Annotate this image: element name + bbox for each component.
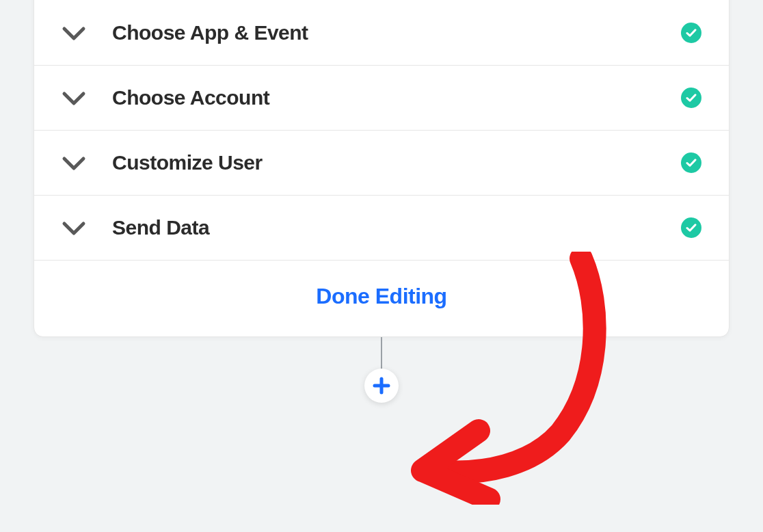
status-complete-icon bbox=[681, 217, 701, 238]
action-step-card: Choose App & Event Choose Account Custom… bbox=[34, 0, 729, 337]
add-step-button[interactable] bbox=[364, 369, 399, 403]
status-complete-icon bbox=[681, 152, 701, 173]
connector-line bbox=[381, 337, 382, 370]
chevron-down-icon bbox=[62, 25, 86, 41]
status-complete-icon bbox=[681, 23, 701, 43]
step-label: Send Data bbox=[112, 216, 681, 239]
step-row-customize-user[interactable]: Customize User bbox=[34, 131, 729, 196]
done-editing-link[interactable]: Done Editing bbox=[316, 284, 446, 309]
chevron-down-icon bbox=[62, 220, 86, 236]
step-label: Customize User bbox=[112, 151, 681, 174]
step-row-choose-app-event[interactable]: Choose App & Event bbox=[34, 0, 729, 66]
step-row-send-data[interactable]: Send Data bbox=[34, 196, 729, 261]
card-footer: Done Editing bbox=[34, 261, 729, 336]
plus-icon bbox=[373, 377, 390, 395]
step-connector bbox=[34, 337, 729, 403]
step-label: Choose Account bbox=[112, 86, 681, 109]
chevron-down-icon bbox=[62, 155, 86, 171]
status-complete-icon bbox=[681, 88, 701, 108]
step-row-choose-account[interactable]: Choose Account bbox=[34, 66, 729, 131]
step-label: Choose App & Event bbox=[112, 21, 681, 44]
chevron-down-icon bbox=[62, 90, 86, 106]
